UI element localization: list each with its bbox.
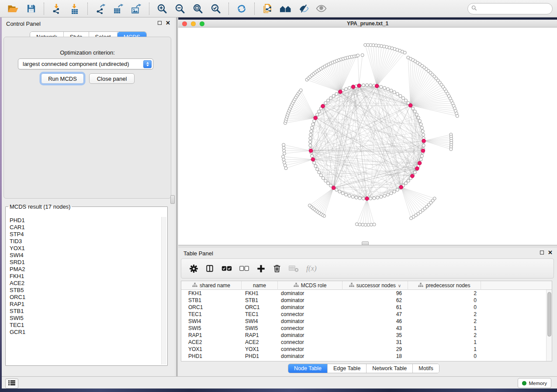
- gear-icon[interactable]: [189, 263, 198, 274]
- network-node[interactable]: [324, 102, 327, 105]
- network-hub-node[interactable]: [375, 84, 379, 88]
- save-icon[interactable]: [24, 2, 38, 16]
- tab-motifs[interactable]: Motifs: [413, 364, 439, 373]
- mcds-result-item[interactable]: ORC1: [6, 294, 161, 301]
- network-hub-node[interactable]: [415, 167, 419, 171]
- mcds-result-item[interactable]: YOX1: [6, 245, 161, 252]
- table-row[interactable]: RAP1RAP1dominator352: [181, 332, 546, 339]
- eye-icon[interactable]: [314, 2, 328, 16]
- close-traffic-icon[interactable]: [182, 21, 187, 26]
- table-row[interactable]: ORC1ORC1dominator610: [181, 304, 546, 311]
- deselect-all-icon[interactable]: [239, 263, 249, 274]
- network-node[interactable]: [319, 174, 322, 177]
- network-node[interactable]: [362, 84, 365, 87]
- table-scrollbar-thumb[interactable]: [547, 292, 551, 337]
- network-node[interactable]: [420, 126, 423, 129]
- network-node[interactable]: [412, 107, 415, 110]
- split-columns-icon[interactable]: [205, 263, 214, 274]
- network-node[interactable]: [345, 88, 348, 91]
- network-node[interactable]: [417, 116, 420, 119]
- table-scrollbar[interactable]: [546, 290, 552, 361]
- network-node[interactable]: [410, 217, 413, 220]
- mcds-list-scrollbar[interactable]: [161, 217, 166, 364]
- network-node[interactable]: [282, 143, 285, 146]
- network-node[interactable]: [396, 93, 399, 96]
- import-table-icon[interactable]: [68, 2, 82, 16]
- network-node[interactable]: [316, 168, 319, 171]
- close-icon[interactable]: ✕: [166, 21, 170, 25]
- network-hub-node[interactable]: [351, 85, 355, 89]
- add-icon[interactable]: [256, 263, 265, 274]
- vertical-splitter[interactable]: [175, 17, 178, 376]
- refresh-icon[interactable]: [235, 2, 249, 16]
- zoom-in-icon[interactable]: [155, 2, 169, 16]
- network-hub-node[interactable]: [365, 197, 369, 201]
- network-canvas[interactable]: [178, 28, 557, 245]
- network-node[interactable]: [376, 196, 379, 199]
- network-node[interactable]: [308, 204, 311, 207]
- network-node[interactable]: [327, 182, 330, 185]
- zoom-selected-icon[interactable]: [209, 2, 223, 16]
- network-node[interactable]: [335, 93, 338, 96]
- tab-edge-table[interactable]: Edge Table: [328, 364, 367, 373]
- network-node[interactable]: [361, 54, 364, 57]
- network-node[interactable]: [338, 190, 341, 193]
- network-node[interactable]: [380, 195, 383, 198]
- network-hub-node[interactable]: [399, 186, 403, 189]
- zoom-out-icon[interactable]: [173, 2, 187, 16]
- mcds-result-item[interactable]: SWI5: [6, 315, 161, 322]
- network-node[interactable]: [364, 224, 367, 227]
- network-node[interactable]: [283, 152, 286, 155]
- network-node[interactable]: [318, 110, 321, 113]
- network-node[interactable]: [329, 96, 332, 100]
- mcds-result-item[interactable]: FKH1: [6, 273, 161, 280]
- network-node[interactable]: [420, 155, 423, 158]
- table-row[interactable]: STB1STB1dominator620: [181, 297, 546, 304]
- network-node[interactable]: [405, 182, 408, 185]
- mcds-result-item[interactable]: PMA2: [6, 266, 161, 273]
- eye-slash-icon[interactable]: [296, 2, 310, 16]
- trash-icon[interactable]: [273, 263, 281, 274]
- network-node[interactable]: [283, 161, 286, 164]
- column-header-shared-name[interactable]: shared name: [181, 281, 242, 290]
- table-row[interactable]: ACE2ACE2connector311: [181, 339, 546, 346]
- minimize-traffic-icon[interactable]: [191, 21, 196, 26]
- folder-open-icon[interactable]: [6, 2, 20, 16]
- select-all-icon[interactable]: [221, 263, 232, 274]
- network-node[interactable]: [383, 86, 386, 89]
- network-node[interactable]: [413, 110, 416, 113]
- mcds-result-item[interactable]: PHD1: [6, 217, 161, 224]
- export-network-icon[interactable]: [93, 2, 107, 16]
- table-row[interactable]: TEC1TEC1connector472: [181, 311, 546, 318]
- network-node[interactable]: [348, 194, 351, 197]
- network-node[interactable]: [396, 188, 399, 191]
- mcds-result-item[interactable]: TEC1: [6, 322, 161, 329]
- run-mcds-button[interactable]: Run MCDS: [41, 73, 84, 84]
- memory-button[interactable]: Memory: [518, 378, 551, 388]
- network-node[interactable]: [422, 133, 425, 136]
- network-node[interactable]: [322, 176, 325, 179]
- network-hub-node[interactable]: [421, 149, 425, 153]
- network-hub-node[interactable]: [332, 186, 336, 190]
- network-node[interactable]: [386, 88, 389, 91]
- horizontal-splitter[interactable]: [178, 245, 557, 248]
- close-icon[interactable]: ✕: [548, 250, 553, 255]
- network-node[interactable]: [318, 171, 321, 174]
- network-hub-node[interactable]: [321, 104, 325, 108]
- network-node[interactable]: [393, 190, 396, 193]
- network-node[interactable]: [419, 123, 422, 126]
- network-node[interactable]: [313, 161, 316, 164]
- network-node[interactable]: [386, 193, 389, 196]
- network-node[interactable]: [309, 144, 312, 147]
- network-node[interactable]: [284, 164, 287, 167]
- network-hub-node[interactable]: [357, 84, 361, 88]
- table-row[interactable]: PHD1PHD1dominator180: [181, 353, 546, 360]
- network-node[interactable]: [401, 96, 405, 100]
- mcds-result-item[interactable]: RAP1: [6, 301, 161, 308]
- table-row[interactable]: SWI5SWI5connector431: [181, 325, 546, 332]
- network-node[interactable]: [311, 155, 314, 158]
- network-node[interactable]: [390, 89, 393, 92]
- network-hub-node[interactable]: [422, 139, 426, 143]
- network-node[interactable]: [362, 197, 365, 200]
- network-node[interactable]: [419, 158, 422, 161]
